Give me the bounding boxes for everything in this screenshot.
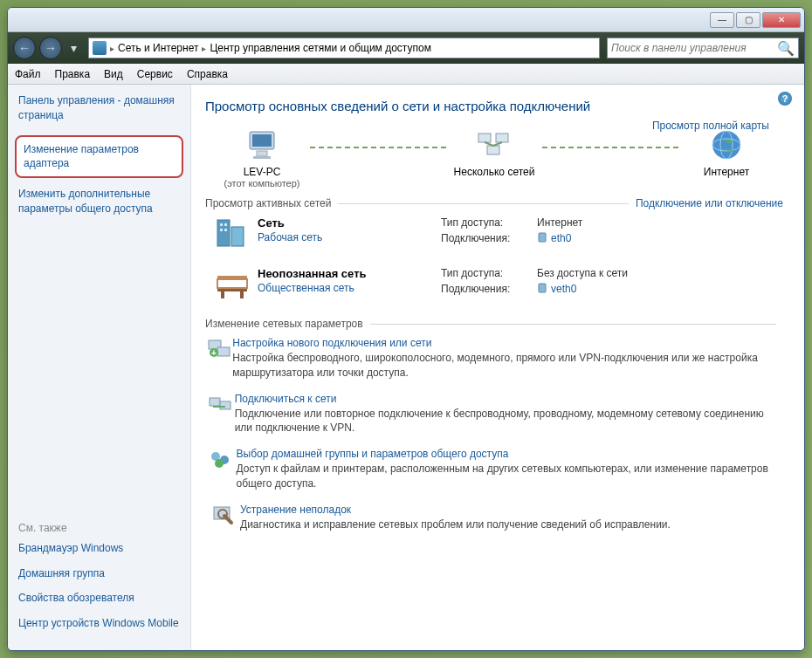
network-title: Неопознанная сеть	[258, 267, 441, 280]
main-content: ? Просмотр основных сведений о сети и на…	[191, 85, 804, 650]
node-multiple-networks[interactable]: Несколько сетей	[437, 126, 551, 188]
node-label: LEV-PC	[205, 166, 319, 178]
menu-help[interactable]: Справка	[187, 68, 228, 80]
task-title[interactable]: Устранение неполадок	[240, 504, 671, 516]
forward-button[interactable]: →	[39, 37, 62, 59]
svg-rect-1	[252, 134, 272, 147]
connection-line	[310, 147, 446, 148]
breadcrumb-part[interactable]: Центр управления сетями и общим доступом	[210, 42, 431, 54]
network-icon	[93, 41, 107, 55]
section-title: Изменение сетевых параметров	[205, 318, 363, 330]
menu-edit[interactable]: Правка	[55, 68, 91, 80]
sidebar-adapter-settings[interactable]: Изменение параметров адаптера	[15, 135, 183, 179]
svg-point-33	[215, 459, 224, 468]
svg-rect-4	[478, 134, 491, 142]
prop-key: Тип доступа:	[441, 267, 537, 279]
full-map-link[interactable]: Просмотр полной карты	[652, 120, 769, 132]
connection-link[interactable]: eth0	[537, 232, 571, 244]
seealso-firewall[interactable]: Брандмауэр Windows	[18, 541, 180, 556]
task-desc: Диагностика и исправление сетевых пробле…	[240, 517, 671, 532]
task-troubleshoot: Устранение неполадок Диагностика и испра…	[205, 504, 783, 532]
svg-rect-26	[217, 347, 230, 356]
svg-line-7	[485, 142, 493, 146]
task-connect: Подключиться к сети Подключение или повт…	[205, 393, 783, 436]
minimize-button[interactable]: —	[710, 12, 734, 28]
prop-key: Тип доступа:	[441, 216, 537, 229]
task-title[interactable]: Подключиться к сети	[235, 393, 783, 405]
connection-link[interactable]: veth0	[537, 283, 576, 295]
section-title: Просмотр активных сетей	[205, 197, 331, 209]
work-network-icon	[212, 216, 251, 251]
svg-rect-2	[257, 151, 267, 156]
svg-rect-6	[487, 146, 499, 154]
prop-key: Подключения:	[441, 283, 537, 295]
svg-rect-18	[539, 233, 546, 242]
adapter-icon	[537, 283, 547, 295]
svg-line-8	[493, 142, 502, 146]
menu-view[interactable]: Вид	[104, 68, 123, 80]
connect-disconnect-link[interactable]: Подключение или отключение	[636, 197, 783, 209]
task-homegroup: Выбор домашней группы и параметров общег…	[205, 448, 783, 491]
task-desc: Подключение или повторное подключение к …	[235, 407, 783, 436]
chevron-right-icon: ▸	[110, 44, 114, 53]
svg-rect-24	[539, 284, 546, 292]
back-button[interactable]: ←	[13, 37, 36, 59]
sidebar-sharing-settings[interactable]: Изменить дополнительные параметры общего…	[18, 187, 180, 216]
navbar: ← → ▾ ▸ Сеть и Интернет ▸ Центр управлен…	[8, 32, 804, 64]
prop-value: Интернет	[537, 216, 582, 229]
search-box[interactable]: 🔍	[607, 38, 799, 58]
svg-rect-23	[240, 291, 244, 298]
history-dropdown[interactable]: ▾	[65, 40, 81, 56]
adapter-icon	[537, 232, 547, 244]
node-label: Несколько сетей	[437, 166, 551, 178]
svg-rect-12	[217, 220, 230, 246]
node-internet[interactable]: Интернет	[670, 126, 783, 188]
maximize-button[interactable]: ▢	[736, 12, 760, 28]
seealso-mobile[interactable]: Центр устройств Windows Mobile	[18, 616, 180, 631]
menu-file[interactable]: Файл	[15, 68, 41, 80]
network-block: Сеть Рабочая сеть Тип доступа:Интернет П…	[205, 216, 783, 251]
change-settings-header: Изменение сетевых параметров	[205, 318, 783, 330]
network-block: Неопознанная сеть Общественная сеть Тип …	[205, 267, 783, 302]
task-title[interactable]: Настройка нового подключения или сети	[232, 337, 783, 349]
svg-rect-21	[217, 279, 247, 288]
svg-text:+: +	[211, 348, 217, 358]
prop-value: Без доступа к сети	[537, 267, 628, 279]
help-icon[interactable]: ?	[778, 92, 792, 106]
network-type-link[interactable]: Общественная сеть	[258, 282, 441, 294]
svg-rect-29	[210, 398, 220, 406]
network-title: Сеть	[258, 216, 441, 230]
connect-icon	[208, 393, 232, 415]
node-sublabel: (этот компьютер)	[205, 178, 319, 188]
search-input[interactable]	[611, 42, 777, 54]
search-icon: 🔍	[777, 40, 795, 57]
close-button[interactable]: ✕	[762, 12, 801, 28]
task-title[interactable]: Выбор домашней группы и параметров общег…	[237, 448, 783, 460]
prop-key: Подключения:	[441, 232, 537, 244]
seealso-homegroup[interactable]: Домашняя группа	[18, 566, 180, 581]
svg-point-9	[712, 131, 740, 159]
titlebar: — ▢ ✕	[8, 8, 804, 32]
menu-tools[interactable]: Сервис	[137, 68, 173, 80]
window: — ▢ ✕ ← → ▾ ▸ Сеть и Интернет ▸ Центр уп…	[7, 7, 805, 651]
new-connection-icon: +	[207, 337, 231, 360]
svg-rect-13	[231, 227, 244, 246]
breadcrumb-part[interactable]: Сеть и Интернет	[118, 42, 198, 54]
svg-rect-3	[253, 156, 271, 159]
connection-line	[542, 147, 678, 148]
seealso-browser[interactable]: Свойства обозревателя	[18, 591, 180, 606]
globe-icon	[710, 128, 743, 161]
body: Панель управления - домашняя страница Из…	[8, 85, 804, 650]
network-type-link[interactable]: Рабочая сеть	[258, 231, 441, 243]
svg-rect-16	[220, 229, 223, 231]
svg-rect-15	[224, 223, 227, 226]
task-desc: Настройка беспроводного, широкополосного…	[232, 351, 783, 380]
control-panel-home-link[interactable]: Панель управления - домашняя страница	[18, 93, 180, 123]
node-this-pc[interactable]: LEV-PC (этот компьютер)	[205, 126, 319, 188]
breadcrumb[interactable]: ▸ Сеть и Интернет ▸ Центр управления сет…	[88, 38, 600, 58]
menubar: Файл Правка Вид Сервис Справка	[8, 64, 804, 85]
network-map: LEV-PC (этот компьютер) Несколько сетей …	[205, 126, 783, 188]
svg-rect-14	[220, 223, 223, 226]
node-label: Интернет	[670, 166, 783, 178]
sidebar: Панель управления - домашняя страница Из…	[8, 85, 191, 650]
